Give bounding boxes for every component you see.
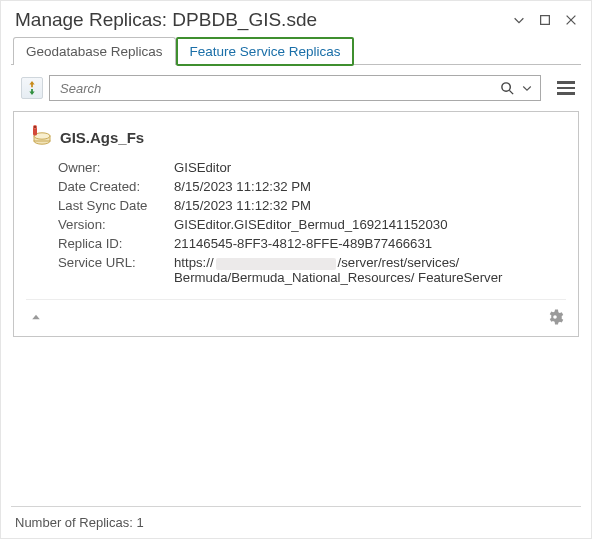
menu-button[interactable] [511, 12, 527, 28]
title-bar: Manage Replicas: DPBDB_GIS.sde [11, 5, 581, 37]
window-title: Manage Replicas: DPBDB_GIS.sde [15, 9, 511, 31]
last-sync-value: 8/15/2023 11:12:32 PM [174, 198, 566, 213]
search-input[interactable] [58, 80, 496, 97]
replica-count: Number of Replicas: 1 [15, 515, 144, 530]
tab-strip: Geodatabase Replicas Feature Service Rep… [11, 37, 581, 65]
maximize-button[interactable] [537, 12, 553, 28]
owner-label: Owner: [58, 160, 168, 175]
search-icon[interactable] [496, 77, 518, 99]
replica-id-value: 21146545-8FF3-4812-8FFE-489B77466631 [174, 236, 566, 251]
replica-name: GIS.Ags_Fs [60, 129, 144, 146]
search-dropdown-icon[interactable] [518, 77, 536, 99]
replica-card: GIS.Ags_Fs Owner: GISEditor Date Created… [13, 111, 579, 337]
close-button[interactable] [563, 12, 579, 28]
window-controls [511, 12, 579, 28]
svg-marker-3 [29, 81, 34, 85]
svg-point-13 [553, 315, 557, 319]
gear-icon[interactable] [544, 306, 566, 328]
svg-marker-4 [29, 92, 34, 96]
version-label: Version: [58, 217, 168, 232]
replica-card-header: GIS.Ags_Fs [26, 122, 566, 160]
redacted-host [216, 258, 336, 270]
last-sync-label: Last Sync Date [58, 198, 168, 213]
replica-details: Owner: GISEditor Date Created: 8/15/2023… [26, 160, 566, 289]
svg-rect-0 [541, 16, 550, 25]
owner-value: GISEditor [174, 160, 566, 175]
tab-feature-service-replicas[interactable]: Feature Service Replicas [176, 37, 355, 66]
date-created-value: 8/15/2023 11:12:32 PM [174, 179, 566, 194]
manage-replicas-pane: Manage Replicas: DPBDB_GIS.sde Geodataba… [0, 0, 592, 539]
tab-geodatabase-replicas[interactable]: Geodatabase Replicas [13, 37, 176, 65]
search-box [49, 75, 541, 101]
replica-card-footer [26, 299, 566, 328]
svg-marker-12 [32, 315, 40, 320]
service-url-value: https:///server/rest/services/ Bermuda/B… [174, 255, 566, 285]
replica-icon [26, 124, 52, 150]
date-created-label: Date Created: [58, 179, 168, 194]
svg-line-6 [509, 90, 513, 94]
replica-list: GIS.Ags_Fs Owner: GISEditor Date Created… [13, 111, 579, 506]
collapse-icon[interactable] [26, 309, 46, 325]
menu-icon[interactable] [553, 75, 579, 101]
version-value: GISEditor.GISEditor_Bermud_1692141152030 [174, 217, 566, 232]
service-url-prefix: https:// [174, 255, 214, 270]
service-url-label: Service URL: [58, 255, 168, 285]
sync-button[interactable] [21, 77, 43, 99]
search-toolbar [11, 65, 581, 107]
svg-point-5 [501, 82, 509, 90]
svg-point-11 [34, 126, 36, 128]
status-bar: Number of Replicas: 1 [11, 506, 581, 532]
replica-id-label: Replica ID: [58, 236, 168, 251]
